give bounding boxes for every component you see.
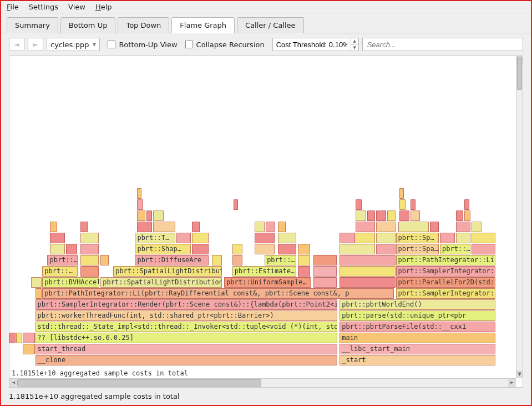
tab-flame-graph[interactable]: Flame Graph	[171, 17, 235, 33]
flame-frame[interactable]: pbrt::ParallelFor2D(std::fun	[396, 277, 496, 288]
flame-frame[interactable]: pbrt::PathIntegrator::Li(pbrt::RayDiffer…	[42, 288, 394, 299]
flame-frame[interactable]	[456, 233, 470, 243]
tab-summary[interactable]: Summary	[7, 17, 58, 33]
flame-frame[interactable]	[356, 222, 375, 232]
tab-top-down[interactable]: Top Down	[118, 17, 169, 33]
nav-back-button[interactable]: ◄	[9, 38, 24, 51]
flame-frame[interactable]	[137, 222, 152, 232]
flame-frame[interactable]	[411, 199, 416, 210]
flame-frame[interactable]	[255, 222, 265, 232]
collapse-recursion-checkbox[interactable]: Collapse Recursion	[185, 41, 265, 49]
flame-frame[interactable]	[50, 233, 65, 243]
flame-frame[interactable]	[176, 233, 191, 243]
flame-frame[interactable]	[66, 244, 77, 254]
flame-frame[interactable]	[472, 222, 482, 232]
flame-frame[interactable]: pbrt::SpatialLightDistributi	[113, 266, 222, 277]
flame-frame[interactable]	[255, 244, 275, 254]
flame-frame[interactable]	[456, 210, 463, 221]
flame-frame[interactable]	[80, 266, 99, 277]
flame-frame[interactable]	[376, 244, 396, 254]
flame-frame[interactable]	[192, 244, 209, 254]
counter-combo[interactable]: cycles:ppp ▼	[47, 38, 100, 51]
flame-frame[interactable]	[399, 210, 409, 221]
flame-frame[interactable]	[137, 199, 143, 210]
flame-frame[interactable]: pbrt::pbrtWorldEnd()	[340, 299, 495, 310]
flame-frame[interactable]	[137, 210, 145, 221]
flame-frame[interactable]	[340, 233, 354, 243]
flame-frame[interactable]	[80, 222, 89, 232]
flame-frame[interactable]	[278, 222, 286, 232]
flame-frame[interactable]	[31, 277, 41, 288]
flame-frame[interactable]	[23, 344, 35, 354]
flame-frame[interactable]: pbrt::…	[47, 255, 78, 265]
flame-frame[interactable]	[100, 255, 109, 265]
flame-frame[interactable]	[80, 255, 99, 265]
flame-frame[interactable]	[234, 199, 238, 210]
flame-frame[interactable]	[387, 210, 396, 221]
flame-frame[interactable]	[313, 266, 337, 277]
flame-frame[interactable]	[9, 333, 16, 343]
flame-frame[interactable]	[192, 233, 209, 243]
flame-frame[interactable]: pbrt::T…	[135, 233, 175, 243]
flame-frame[interactable]	[340, 266, 395, 277]
flame-frame[interactable]	[464, 199, 469, 210]
search-box[interactable]	[362, 38, 523, 51]
flame-frame[interactable]: pbrt::pbrtParseFile(std::__cxx1	[340, 322, 495, 332]
flame-frame[interactable]	[430, 222, 439, 232]
flame-frame[interactable]: main	[340, 333, 495, 343]
flame-frame[interactable]	[212, 255, 222, 265]
menu-file[interactable]: File	[7, 3, 19, 11]
tab-bottom-up[interactable]: Bottom Up	[60, 17, 116, 33]
flame-frame[interactable]	[50, 222, 57, 232]
flame-frame[interactable]	[472, 244, 496, 254]
flame-frame[interactable]	[298, 266, 310, 277]
flame-frame[interactable]	[367, 210, 376, 221]
flame-frame[interactable]: _start	[340, 355, 495, 365]
flame-frame[interactable]: pbrt::parse(std::unique_ptr<pbr	[340, 310, 495, 321]
flame-frame[interactable]	[266, 222, 275, 232]
flame-frame[interactable]	[340, 244, 375, 254]
flame-frame[interactable]	[278, 244, 296, 254]
flame-frame[interactable]	[464, 210, 470, 221]
flame-frame[interactable]	[80, 244, 99, 254]
flame-frame[interactable]	[298, 244, 310, 254]
menu-help[interactable]: Help	[95, 3, 112, 11]
flame-frame[interactable]: __libc_start_main	[340, 344, 495, 354]
cost-threshold-input[interactable]	[273, 41, 351, 49]
flame-frame[interactable]: pbrt::…	[265, 255, 296, 265]
search-input[interactable]	[366, 38, 519, 51]
flame-frame[interactable]	[255, 233, 275, 243]
flame-frame[interactable]	[398, 222, 429, 232]
flame-frame[interactable]	[23, 333, 35, 343]
flame-frame[interactable]	[472, 233, 496, 243]
flame-frame[interactable]: std::thread::_State_impl<std::thread::_I…	[36, 322, 337, 332]
flame-frame[interactable]	[313, 277, 337, 288]
flame-frame[interactable]: pbrt::PathIntegrator::Li(p	[396, 255, 496, 265]
spin-arrows[interactable]: ▲▼	[351, 38, 358, 51]
flame-frame[interactable]: pbrt::…	[440, 244, 470, 254]
flame-frame[interactable]	[376, 210, 386, 221]
flame-frame[interactable]	[137, 188, 141, 199]
flame-frame[interactable]: pbrt::UniformSample…	[224, 277, 311, 288]
flame-frame[interactable]: pbrt::Estimate…	[232, 266, 296, 277]
flame-frame[interactable]	[356, 233, 375, 243]
nav-forward-button[interactable]: ►	[28, 38, 43, 51]
flame-frame[interactable]	[399, 188, 404, 199]
flame-frame[interactable]: start_thread	[36, 344, 337, 354]
menu-view[interactable]: View	[68, 3, 85, 11]
horizontal-scrollbar[interactable]: ◄ ►	[9, 378, 516, 387]
flame-frame[interactable]	[278, 233, 296, 243]
flame-frame[interactable]	[356, 210, 366, 221]
flame-frame[interactable]: ?? [libstdc++.so.6.0.25]	[36, 333, 337, 343]
flame-frame[interactable]	[232, 255, 242, 265]
flame-frame[interactable]	[192, 222, 200, 232]
flame-frame[interactable]	[153, 210, 163, 221]
flame-frame[interactable]	[399, 199, 406, 210]
flame-frame[interactable]	[232, 244, 242, 254]
menu-settings[interactable]: Settings	[29, 3, 58, 11]
flame-frame[interactable]	[298, 255, 310, 265]
bottom-up-checkbox[interactable]: Bottom-Up View	[108, 41, 177, 49]
flame-frame[interactable]: pbrt::DiffuseAre	[135, 255, 208, 265]
flame-frame[interactable]: pbrt::…	[42, 266, 78, 277]
flame-frame[interactable]	[376, 233, 396, 243]
